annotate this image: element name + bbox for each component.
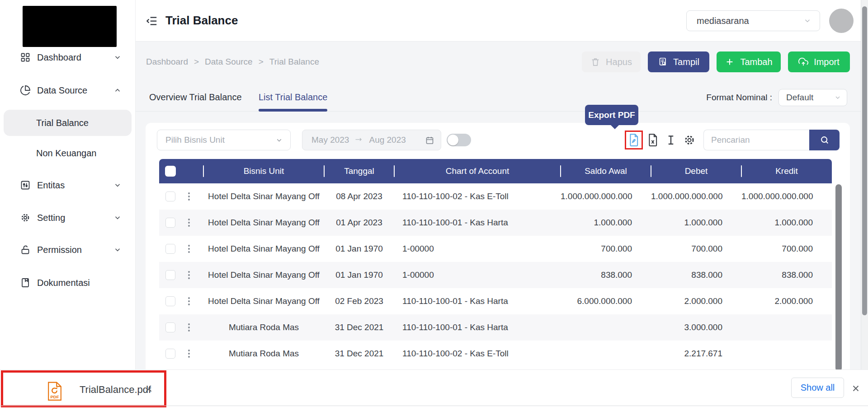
sidebar-item-trial-balance[interactable]: Trial Balance	[0, 110, 135, 136]
import-button[interactable]: Import	[788, 51, 850, 72]
sidebar-item-label: Setting	[37, 213, 65, 223]
export-excel-icon[interactable]	[646, 133, 659, 147]
format-nominal-select[interactable]: Default	[778, 89, 847, 106]
sidebar-item-label: Dashboard	[37, 52, 81, 63]
gear-icon	[20, 212, 31, 223]
search-button[interactable]	[809, 130, 840, 150]
download-file-name[interactable]: TrialBalance.pdf	[80, 384, 151, 396]
show-button-label: Tampil	[673, 57, 699, 67]
plus-icon	[725, 57, 735, 67]
download-chevron-up-icon[interactable]	[144, 385, 154, 395]
sidebar-item-label: Non Keuangan	[36, 148, 96, 159]
table-scrollbar[interactable]	[835, 184, 842, 371]
add-button[interactable]: Tambah	[717, 51, 781, 72]
cell-tanggal: 01 Jan 1970	[324, 270, 394, 280]
arrow-right-icon	[354, 137, 363, 143]
sidebar-item-entitas[interactable]: Entitas	[0, 175, 135, 196]
format-nominal: Format Nominal : Default	[706, 84, 847, 112]
kebab-menu-icon[interactable]	[188, 271, 190, 279]
table-row: Mutiara Roda Mas 31 Dec 2021 110-110-100…	[159, 314, 832, 341]
cell-coa: 110-110-100-02 - Kas E-Toll	[394, 349, 561, 359]
cell-kredit: 2.000.000	[741, 296, 832, 306]
column-settings-icon[interactable]	[683, 133, 696, 147]
tab-list-trial-balance[interactable]: List Trial Balance	[259, 84, 327, 111]
row-checkbox[interactable]	[165, 244, 175, 254]
show-all-button[interactable]: Show all	[791, 378, 844, 398]
text-height-icon[interactable]	[665, 133, 677, 147]
kebab-menu-icon[interactable]	[188, 350, 190, 358]
downloads-bar: PDF TrialBalance.pdf Show all	[0, 369, 868, 411]
pdf-download-icon: PDF	[47, 382, 62, 400]
search	[703, 130, 840, 150]
sidebar-item-label: Trial Balance	[36, 118, 89, 128]
date-to: Aug 2023	[369, 135, 406, 145]
sidebar-item-label: Dokumentasi	[37, 278, 90, 288]
chevron-down-icon	[113, 181, 122, 189]
export-pdf-icon[interactable]	[627, 133, 640, 147]
row-checkbox[interactable]	[165, 218, 175, 228]
cell-tanggal: 08 Apr 2023	[324, 191, 394, 201]
breadcrumb-data-source[interactable]: Data Source	[205, 57, 253, 67]
kebab-menu-icon[interactable]	[188, 192, 190, 201]
cell-coa: 110-110-100-01 - Kas Harta	[394, 296, 561, 306]
close-downloads-icon[interactable]	[851, 383, 861, 393]
cell-tanggal: 01 Apr 2023	[324, 218, 394, 228]
calendar-icon	[425, 135, 434, 145]
import-button-label: Import	[814, 57, 840, 67]
add-button-label: Tambah	[740, 57, 772, 67]
breadcrumb-dashboard[interactable]: Dashboard	[146, 57, 188, 67]
col-debet: Debet	[651, 159, 741, 183]
row-checkbox[interactable]	[165, 322, 175, 332]
kebab-menu-icon[interactable]	[188, 297, 190, 305]
cell-debet: 3.000.000	[651, 322, 741, 332]
table-row: Hotel Delta Sinar Mayang Off 08 Apr 2023…	[159, 183, 832, 210]
cell-debet: 2.000.000	[651, 296, 741, 306]
table-row: Hotel Delta Sinar Mayang Off 02 Feb 2023…	[159, 288, 832, 314]
cell-debet: 838.000	[651, 270, 741, 280]
workspace-value: mediasarana	[697, 16, 803, 26]
delete-button[interactable]: Hapus	[582, 51, 641, 72]
select-all-checkbox[interactable]	[165, 166, 176, 177]
format-nominal-label: Format Nominal :	[706, 93, 772, 103]
cell-debet: 700.000	[651, 244, 741, 254]
collapse-menu-icon[interactable]	[146, 15, 158, 27]
business-unit-select[interactable]: Pilih Bisnis Unit	[157, 130, 291, 150]
search-input[interactable]	[703, 130, 809, 150]
cell-tanggal: 01 Jan 1970	[324, 244, 394, 254]
kebab-menu-icon[interactable]	[188, 245, 190, 253]
window-scrollbar	[861, 0, 868, 369]
delete-button-label: Hapus	[606, 57, 632, 67]
breadcrumb: Dashboard > Data Source > Trial Balance	[146, 57, 319, 67]
sidebar-item-non-keuangan[interactable]: Non Keuangan	[0, 141, 135, 165]
col-bisnis-unit: Bisnis Unit	[203, 159, 324, 183]
cell-coa: 110-110-100-01 - Kas Harta	[394, 322, 561, 332]
sidebar-item-dashboard[interactable]: Dashboard	[0, 47, 135, 68]
cell-debet: 2.217.671	[651, 349, 741, 359]
pie-chart-icon	[20, 85, 31, 96]
cell-coa: 1-00000	[394, 244, 561, 254]
workspace-select[interactable]: mediasarana	[686, 10, 820, 31]
sidebar-item-permission[interactable]: Permission	[0, 239, 135, 260]
row-checkbox[interactable]	[165, 191, 175, 201]
sidebar-item-dokumentasi[interactable]: Dokumentasi	[0, 272, 135, 293]
bookmark-file-icon	[20, 277, 31, 288]
toggle-switch[interactable]	[447, 134, 471, 146]
kebab-menu-icon[interactable]	[188, 219, 190, 227]
date-from: May 2023	[311, 135, 349, 145]
avatar[interactable]	[829, 9, 854, 33]
row-checkbox[interactable]	[165, 349, 175, 359]
breadcrumb-separator: >	[259, 57, 264, 67]
tab-overview-trial-balance[interactable]: Overview Trial Balance	[149, 84, 242, 111]
window-scrollbar-thumb[interactable]	[862, 6, 867, 315]
kebab-menu-icon[interactable]	[188, 323, 190, 332]
cell-debet: 1.000.000	[651, 218, 741, 228]
date-range-input[interactable]: May 2023 Aug 2023	[302, 130, 441, 150]
row-checkbox[interactable]	[165, 296, 175, 306]
sidebar-item-setting[interactable]: Setting	[0, 207, 135, 228]
show-button[interactable]: Tampil	[648, 51, 709, 72]
sidebar-item-data-source[interactable]: Data Source	[0, 80, 135, 101]
cell-kredit: 1.000.000.000.000	[741, 191, 832, 201]
sidebar-item-label: Permission	[37, 245, 82, 255]
sliders-icon	[20, 180, 31, 191]
row-checkbox[interactable]	[165, 270, 175, 280]
